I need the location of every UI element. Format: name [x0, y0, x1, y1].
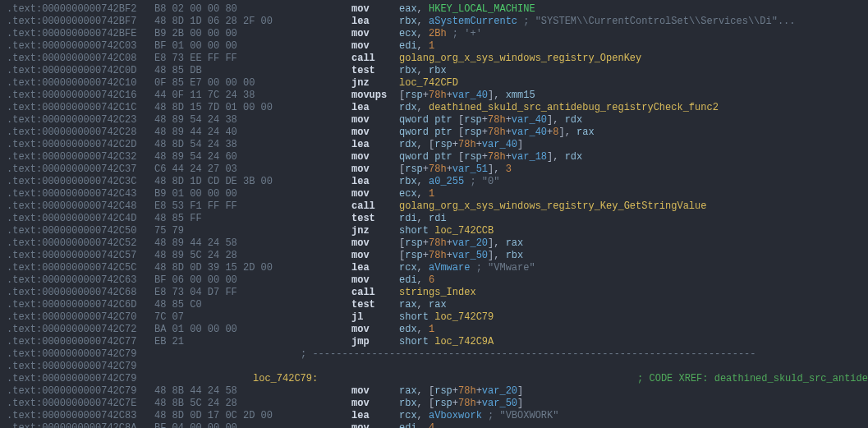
hex-bytes: EB 21 [154, 336, 351, 348]
op-lbl: loc_742C79 [434, 311, 494, 323]
hex-bytes: 48 85 C0 [154, 299, 351, 311]
asm-line[interactable]: .text:0000000000742C63BF 06 00 00 00move… [7, 274, 861, 287]
asm-line[interactable]: .text:0000000000742C4D48 85 FFtestrdi, r… [7, 213, 861, 225]
op-reg: rdi [429, 213, 447, 224]
mnemonic: mov [351, 385, 399, 398]
asm-line[interactable]: .text:0000000000742C79loc_742C79: ; CODE… [7, 373, 861, 385]
op-punct: + [423, 163, 429, 175]
mnemonic: test [351, 65, 399, 77]
mnemonic: jnz [351, 77, 399, 90]
asm-line[interactable]: .text:0000000000742C03BF 01 00 00 00move… [7, 40, 861, 53]
op-num: 4 [429, 422, 434, 428]
asm-line[interactable]: .text:0000000000742C79 [7, 361, 861, 373]
operands: edx, 1 [399, 324, 434, 335]
asm-line[interactable]: .text:0000000000742C2848 89 44 24 40movq… [7, 127, 861, 139]
op-num: 78h [429, 90, 447, 101]
mnemonic: mov [351, 3, 399, 16]
op-reg: short [399, 311, 434, 323]
asm-line[interactable]: .text:0000000000742C48E8 53 F1 FF FFcall… [7, 200, 861, 213]
op-reg: rsp [464, 114, 482, 126]
operands: edi, 4 [399, 422, 434, 428]
asm-line[interactable]: .text:0000000000742C3C48 8D 1D CD DE 3B … [7, 176, 861, 188]
hex-bytes: 7C 07 [154, 311, 351, 324]
asm-line[interactable]: .text:0000000000742C5C48 8D 0D 39 15 2D … [7, 262, 861, 274]
asm-line[interactable]: .text:0000000000742C1C48 8D 15 7D 01 00 … [7, 102, 861, 114]
asm-line[interactable]: .text:0000000000742C79; ----------------… [7, 348, 861, 361]
asm-line[interactable]: .text:0000000000742C2348 89 54 24 38movq… [7, 114, 861, 127]
address: .text:0000000000742C70 [7, 311, 154, 324]
address: .text:0000000000742C79 [7, 348, 154, 361]
op-punct: + [482, 127, 488, 138]
op-punct: , [417, 299, 429, 311]
address: .text:0000000000742C32 [7, 151, 154, 163]
op-lbl: deathined_skuld_src_antidebug_registryCh… [429, 102, 719, 113]
operands: rbx, a0_255 ; "0" [399, 176, 499, 187]
op-num: 78h [488, 127, 506, 138]
op-punct: + [423, 237, 429, 249]
op-punct: ], [488, 163, 506, 175]
asm-line[interactable]: .text:0000000000742C3248 89 54 24 60movq… [7, 151, 861, 163]
address: .text:0000000000742C52 [7, 237, 154, 250]
asm-line[interactable]: .text:0000000000742C8348 8D 0D 17 0C 2D … [7, 410, 861, 422]
asm-line[interactable]: .text:0000000000742C77EB 21jmpshort loc_… [7, 336, 861, 348]
hex-bytes: 48 89 5C 24 28 [154, 250, 351, 262]
asm-line[interactable]: .text:0000000000742C7948 8B 44 24 58movr… [7, 385, 861, 398]
mnemonic: call [351, 200, 399, 213]
op-punct: ], [547, 151, 565, 163]
asm-line[interactable]: .text:0000000000742BF748 8D 1D 06 28 2F … [7, 16, 861, 28]
mnemonic: lea [351, 176, 399, 188]
op-reg: rcx [399, 410, 417, 421]
operands: golang_org_x_sys_windows_registry_OpenKe… [399, 53, 641, 64]
address: .text:0000000000742C7E [7, 398, 154, 410]
mnemonic: jmp [351, 336, 399, 348]
op-num: 1 [429, 188, 434, 200]
asm-line[interactable]: .text:0000000000742BF2B8 02 00 00 80move… [7, 3, 861, 16]
op-reg: rsp [434, 385, 452, 397]
operands: loc_742CFD [399, 77, 458, 89]
operands: rcx, aVboxwork ; "VBOXWORK" [399, 410, 558, 421]
asm-line[interactable]: .text:0000000000742C7E48 8B 5C 24 28movr… [7, 398, 861, 410]
asm-line[interactable]: .text:0000000000742C72BA 01 00 00 00move… [7, 324, 861, 336]
op-punct: ], [558, 127, 576, 138]
asm-line[interactable]: .text:0000000000742C43B9 01 00 00 00move… [7, 188, 861, 200]
op-reg: rsp [434, 139, 452, 150]
address: .text:0000000000742C50 [7, 225, 154, 237]
address: .text:0000000000742BF7 [7, 16, 154, 28]
mnemonic: mov [351, 114, 399, 127]
asm-line[interactable]: .text:0000000000742C5075 79jnzshort loc_… [7, 225, 861, 237]
asm-line[interactable]: .text:0000000000742C2D48 8D 54 24 38lear… [7, 139, 861, 151]
asm-line[interactable]: .text:0000000000742C6D48 85 C0testrax, r… [7, 299, 861, 311]
asm-line[interactable]: .text:0000000000742C08E8 73 EE FF FFcall… [7, 53, 861, 65]
operands: rcx, aVmware ; "VMware" [399, 262, 535, 274]
asm-line[interactable]: .text:0000000000742C37C6 44 24 27 03mov[… [7, 163, 861, 176]
mnemonic: mov [351, 422, 399, 428]
op-cmt: ; "VMware" [470, 262, 535, 274]
op-punct: + [506, 151, 512, 163]
op-sym: var_51 [452, 163, 488, 175]
operands: strings_Index [399, 287, 476, 298]
asm-line[interactable]: .text:0000000000742C68E8 73 04 D7 FFcall… [7, 287, 861, 299]
operands: rbx, [rsp+78h+var_50] [399, 398, 523, 409]
asm-line[interactable]: .text:0000000000742BFEB9 2B 00 00 00move… [7, 28, 861, 40]
mnemonic: mov [351, 250, 399, 262]
asm-line[interactable]: .text:0000000000742C707C 07jlshort loc_7… [7, 311, 861, 324]
op-punct: , [417, 40, 429, 52]
mnemonic: mov [351, 324, 399, 336]
hex-bytes: 44 0F 11 7C 24 38 [154, 90, 351, 102]
op-reg: rsp [464, 127, 482, 138]
op-punct: + [476, 385, 482, 397]
op-punct: , [417, 176, 429, 187]
asm-line[interactable]: .text:0000000000742C5748 89 5C 24 28mov[… [7, 250, 861, 262]
op-reg: edx [399, 324, 417, 335]
asm-line[interactable]: .text:0000000000742C1644 0F 11 7C 24 38m… [7, 90, 861, 102]
asm-line[interactable]: .text:0000000000742C0D48 85 DBtestrbx, r… [7, 65, 861, 77]
op-reg: rsp [405, 163, 423, 175]
address: .text:0000000000742C57 [7, 250, 154, 262]
operands: rdx, [rsp+78h+var_40] [399, 139, 523, 150]
op-reg: rax [399, 385, 417, 397]
asm-line[interactable]: .text:0000000000742C100F 85 E7 00 00 00j… [7, 77, 861, 90]
hex-bytes: 48 85 DB [154, 65, 351, 77]
asm-line[interactable]: .text:0000000000742C8ABF 04 00 00 00move… [7, 422, 861, 428]
asm-line[interactable]: .text:0000000000742C5248 89 44 24 58mov[… [7, 237, 861, 250]
operands: [rsp+78h+var_40], xmm15 [399, 90, 535, 101]
